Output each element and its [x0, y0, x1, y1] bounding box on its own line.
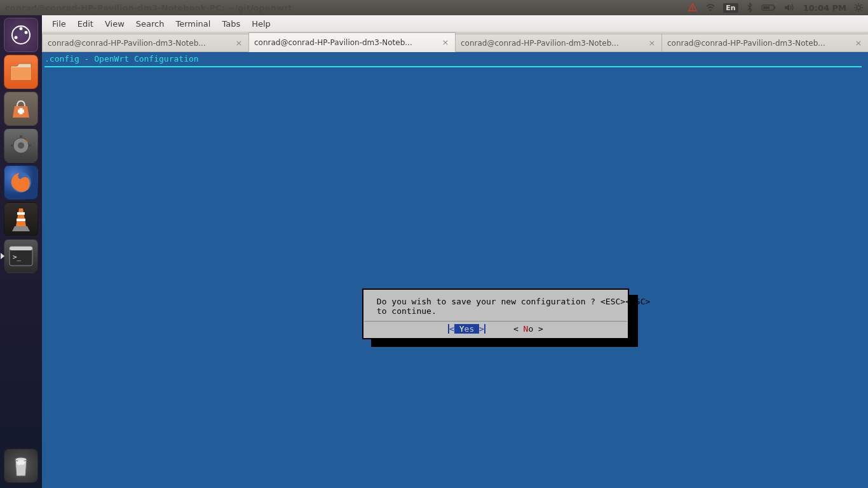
- unity-launcher: >_: [0, 15, 42, 488]
- keyboard-layout-indicator[interactable]: En: [723, 3, 738, 13]
- svg-point-6: [857, 6, 860, 10]
- close-icon[interactable]: ×: [234, 39, 243, 48]
- tab-label: conrad@conrad-HP-Pavilion-dm3-Noteb...: [667, 39, 850, 48]
- terminal-tab[interactable]: conrad@conrad-HP-Pavilion-dm3-Noteb... ×: [455, 34, 662, 51]
- terminal-body[interactable]: .config - OpenWrt Configuration Do you w…: [42, 52, 868, 488]
- svg-rect-5: [763, 6, 770, 9]
- svg-rect-29: [17, 219, 25, 221]
- vlc-icon[interactable]: [4, 202, 38, 236]
- firefox-icon[interactable]: [4, 165, 38, 200]
- trash-icon[interactable]: [4, 449, 38, 483]
- svg-point-2: [710, 10, 712, 11]
- menubar: File Edit View Search Terminal Tabs Help: [42, 15, 868, 32]
- gear-icon[interactable]: [854, 3, 863, 12]
- dialog-buttons: < Yes > < No >: [364, 321, 627, 337]
- terminal-icon[interactable]: >_: [4, 239, 38, 273]
- svg-rect-31: [10, 247, 32, 250]
- terminal-tab[interactable]: conrad@conrad-HP-Pavilion-dm3-Noteb... ×: [661, 34, 868, 51]
- config-title: .config - OpenWrt Configuration: [44, 54, 199, 64]
- menu-search[interactable]: Search: [131, 17, 170, 30]
- terminal-tab[interactable]: conrad@conrad-HP-Pavilion-dm3-Noteb... ×: [42, 34, 249, 51]
- menu-tabs[interactable]: Tabs: [217, 17, 245, 30]
- horizontal-rule: [44, 66, 862, 67]
- tab-label: conrad@conrad-HP-Pavilion-dm3-Noteb...: [461, 39, 644, 48]
- battery-icon[interactable]: [761, 4, 776, 11]
- svg-point-16: [20, 27, 23, 30]
- svg-point-17: [25, 31, 28, 34]
- terminal-window: File Edit View Search Terminal Tabs Help…: [42, 15, 868, 488]
- volume-icon[interactable]: [784, 3, 796, 12]
- bluetooth-icon[interactable]: [746, 3, 754, 13]
- svg-point-18: [15, 36, 18, 39]
- system-settings-icon[interactable]: [4, 128, 38, 163]
- svg-rect-0: [693, 6, 693, 9]
- close-icon[interactable]: ×: [441, 38, 450, 47]
- top-panel: conrad@conrad-HP-Pavilion-dm3-Notebook-P…: [0, 0, 868, 15]
- yes-button[interactable]: < Yes >: [448, 324, 485, 334]
- tab-label: conrad@conrad-HP-Pavilion-dm3-Noteb...: [48, 39, 231, 48]
- clock[interactable]: 10:04 PM: [803, 3, 846, 13]
- menu-help[interactable]: Help: [247, 17, 276, 30]
- warning-icon[interactable]: [688, 3, 698, 13]
- svg-line-13: [860, 4, 862, 6]
- svg-rect-1: [693, 10, 693, 10]
- svg-line-11: [855, 4, 857, 6]
- no-button[interactable]: < No >: [513, 324, 543, 334]
- system-indicators: En 10:04 PM: [688, 3, 868, 13]
- tab-label: conrad@conrad-HP-Pavilion-dm3-Noteb...: [254, 38, 437, 47]
- menu-edit[interactable]: Edit: [72, 17, 98, 30]
- menu-view[interactable]: View: [100, 17, 130, 30]
- svg-line-14: [855, 10, 857, 11]
- close-icon[interactable]: ×: [854, 39, 863, 48]
- file-manager-icon[interactable]: [4, 55, 38, 89]
- svg-point-22: [18, 142, 24, 149]
- save-dialog: Do you wish to save your new configurati…: [362, 288, 629, 339]
- svg-text:>_: >_: [13, 253, 22, 261]
- svg-line-12: [860, 10, 862, 11]
- dash-icon[interactable]: [4, 18, 38, 52]
- network-icon[interactable]: [705, 3, 715, 13]
- menu-terminal[interactable]: Terminal: [170, 17, 215, 30]
- dialog-message: Do you wish to save your new configurati…: [364, 290, 627, 321]
- menu-file[interactable]: File: [47, 17, 71, 30]
- tabbar: conrad@conrad-HP-Pavilion-dm3-Noteb... ×…: [42, 32, 868, 52]
- svg-rect-28: [17, 212, 25, 215]
- terminal-tab[interactable]: conrad@conrad-HP-Pavilion-dm3-Noteb... ×: [248, 32, 456, 52]
- svg-rect-4: [774, 6, 775, 9]
- svg-rect-20: [18, 110, 24, 113]
- software-center-icon[interactable]: [4, 92, 38, 126]
- close-icon[interactable]: ×: [648, 39, 656, 48]
- window-title: conrad@conrad-HP-Pavilion-dm3-Notebook-P…: [0, 3, 292, 13]
